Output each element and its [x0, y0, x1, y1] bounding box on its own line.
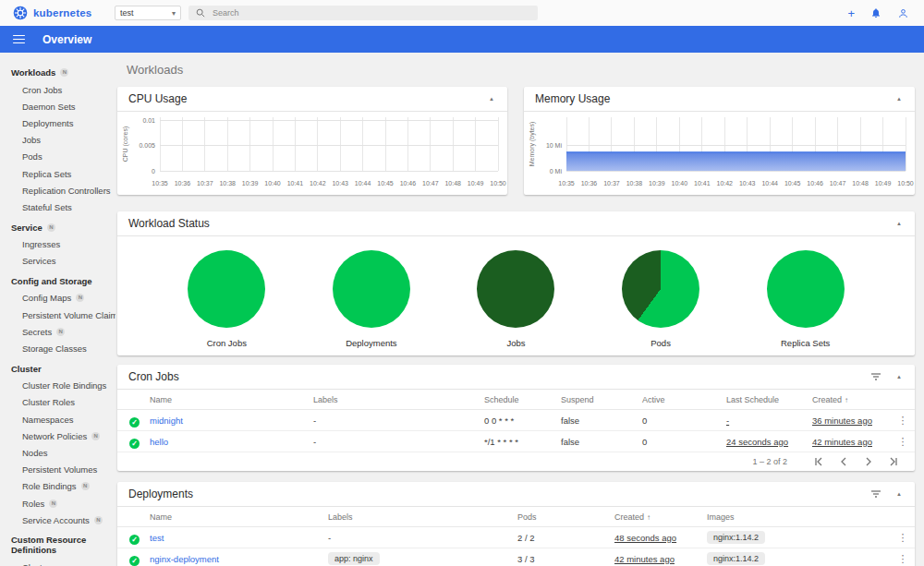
filter-icon[interactable]: [870, 372, 881, 381]
sidebar-section-config-and-storage[interactable]: Config and Storage: [0, 272, 116, 290]
search-input[interactable]: [213, 8, 530, 18]
pagination-range-label: 1 – 2 of 2: [752, 457, 787, 466]
row-status-cell: ✓: [117, 529, 150, 546]
cell-name: nginx-deployment: [150, 554, 328, 564]
sidebar-item-persistent-volume-claims[interactable]: Persistent Volume ClaimsN: [0, 307, 116, 323]
svg-text:10:41: 10:41: [287, 180, 304, 187]
sidebar-item-label: Services: [22, 256, 55, 266]
column-header-schedule[interactable]: Schedule: [484, 395, 561, 404]
sidebar-item-label: Persistent Volumes: [22, 464, 97, 475]
sidebar-item-service-accounts[interactable]: Service AccountsN: [0, 512, 116, 528]
sidebar-item-cluster-roles[interactable]: Cluster Roles: [0, 394, 116, 411]
kubernetes-wheel-icon: [13, 6, 28, 20]
sidebar-section-cluster[interactable]: Cluster: [0, 360, 116, 378]
memory-usage-card: Memory Usage ▲ 0 Mi10 Mi10:3510:3610:371…: [524, 87, 915, 195]
last-schedule-value: 24 seconds ago: [726, 437, 788, 447]
sidebar-section-custom-resource-definitions[interactable]: Custom Resource Definitions: [0, 531, 116, 559]
sidebar-item-pods[interactable]: Pods: [0, 149, 116, 165]
svg-text:10:47: 10:47: [422, 180, 439, 187]
column-header-name[interactable]: Name: [150, 395, 313, 404]
sidebar-item-services[interactable]: Services: [0, 253, 116, 270]
sidebar-item-label: Service Accounts: [22, 515, 90, 525]
sidebar-item-cron-jobs[interactable]: Cron Jobs: [0, 81, 116, 98]
chevron-down-icon: ▾: [172, 9, 176, 18]
last-page-icon[interactable]: [885, 457, 902, 466]
row-actions-kebab-icon[interactable]: ⋮: [891, 415, 915, 427]
column-header-active[interactable]: Active: [642, 395, 726, 404]
column-header-last-schedule[interactable]: Last Schedule: [726, 395, 812, 404]
resource-link[interactable]: hello: [150, 437, 168, 447]
cpu-usage-card: CPU Usage ▲ 00.0050.0110:3510:3610:3710:…: [117, 87, 507, 195]
sidebar-section-service[interactable]: ServiceN: [0, 219, 116, 236]
cron-jobs-card: Cron Jobs ▲ NameLabelsScheduleSuspendAct…: [117, 365, 915, 471]
sidebar-item-replication-controllers[interactable]: Replication Controllers: [0, 182, 116, 199]
sidebar-item-ingresses[interactable]: Ingresses: [0, 236, 116, 253]
namespace-selector[interactable]: test ▾: [115, 6, 181, 20]
kubernetes-logo[interactable]: kubernetes: [13, 6, 102, 20]
cell-created: 36 minutes ago: [812, 415, 891, 426]
sidebar-item-jobs[interactable]: Jobs: [0, 132, 116, 149]
svg-text:10:47: 10:47: [830, 180, 846, 187]
row-actions-kebab-icon[interactable]: ⋮: [891, 532, 915, 544]
sidebar-item-roles[interactable]: RolesN: [0, 495, 116, 512]
column-header-labels[interactable]: Labels: [328, 512, 517, 522]
sidebar-item-replica-sets[interactable]: Replica Sets: [0, 165, 116, 182]
svg-text:10:44: 10:44: [355, 180, 371, 187]
cell-name: hello: [150, 437, 313, 447]
menu-hamburger-icon[interactable]: [13, 35, 25, 44]
resource-link[interactable]: midnight: [150, 415, 183, 426]
collapse-arrow-icon[interactable]: ▲: [894, 372, 904, 381]
sidebar-item-persistent-volumes[interactable]: Persistent Volumes: [0, 462, 116, 478]
namespaced-badge: N: [91, 432, 100, 440]
svg-text:10:35: 10:35: [558, 180, 575, 187]
sidebar-item-storage-classes[interactable]: Storage Classes: [0, 340, 116, 356]
collapse-arrow-icon[interactable]: ▲: [894, 489, 904, 499]
namespaced-badge: N: [47, 223, 55, 232]
row-actions-kebab-icon[interactable]: ⋮: [891, 436, 915, 448]
notifications-bell-icon[interactable]: [870, 7, 881, 18]
filter-icon[interactable]: [870, 489, 881, 499]
column-header-name[interactable]: Name: [150, 512, 328, 522]
account-person-icon[interactable]: [897, 7, 909, 19]
collapse-arrow-icon[interactable]: ▲: [894, 94, 904, 103]
search-bar[interactable]: [188, 6, 538, 20]
sidebar-item-deployments[interactable]: Deployments: [0, 114, 116, 131]
column-header-images[interactable]: Images: [707, 512, 891, 522]
resource-link[interactable]: test: [150, 533, 164, 543]
column-header-created[interactable]: Created↑: [812, 395, 891, 404]
create-resource-button[interactable]: +: [847, 7, 855, 19]
first-page-icon[interactable]: [810, 457, 827, 466]
sidebar-section-workloads[interactable]: WorkloadsN: [0, 64, 116, 81]
namespaced-badge: N: [56, 328, 65, 336]
svg-text:10 Mi: 10 Mi: [546, 142, 563, 149]
column-header-labels[interactable]: Labels: [313, 395, 484, 404]
resource-link[interactable]: nginx-deployment: [150, 554, 219, 564]
svg-text:CPU (cores): CPU (cores): [122, 126, 129, 163]
collapse-arrow-icon[interactable]: ▲: [487, 94, 496, 103]
chevron-left-icon[interactable]: [835, 457, 852, 466]
pie-label: Jobs: [506, 338, 525, 348]
sidebar-item-config-maps[interactable]: Config MapsN: [0, 290, 116, 307]
sidebar-item-stateful-sets[interactable]: Stateful Sets: [0, 199, 116, 215]
collapse-arrow-icon[interactable]: ▲: [894, 219, 904, 228]
sidebar-item-role-bindings[interactable]: Role BindingsN: [0, 478, 116, 495]
cell-labels: -: [313, 415, 484, 426]
svg-text:10:36: 10:36: [175, 180, 191, 187]
sidebar-item-cluster-role-bindings[interactable]: Cluster Role Bindings: [0, 378, 116, 394]
column-header-suspend[interactable]: Suspend: [561, 395, 642, 404]
sidebar-item-nodes[interactable]: Nodes: [0, 444, 116, 461]
sidebar-item-daemon-sets[interactable]: Daemon Sets: [0, 98, 116, 114]
cpu-chart-svg: 00.0050.0110:3510:3610:3710:3810:3910:40…: [117, 112, 507, 195]
sidebar-item-cluster[interactable]: Cluster: [0, 559, 116, 566]
column-header-pods[interactable]: Pods: [517, 512, 614, 522]
pie-chart: [622, 250, 699, 328]
sidebar-item-secrets[interactable]: SecretsN: [0, 323, 116, 340]
sidebar-item-label: Replication Controllers: [22, 186, 111, 196]
column-header-created[interactable]: Created↑: [614, 512, 707, 522]
row-actions-kebab-icon[interactable]: ⋮: [891, 553, 915, 565]
svg-text:0: 0: [152, 168, 155, 175]
svg-text:10:48: 10:48: [444, 180, 461, 187]
sidebar-item-namespaces[interactable]: Namespaces: [0, 411, 116, 428]
sidebar-item-network-policies[interactable]: Network PoliciesN: [0, 428, 116, 444]
chevron-right-icon[interactable]: [860, 457, 877, 466]
